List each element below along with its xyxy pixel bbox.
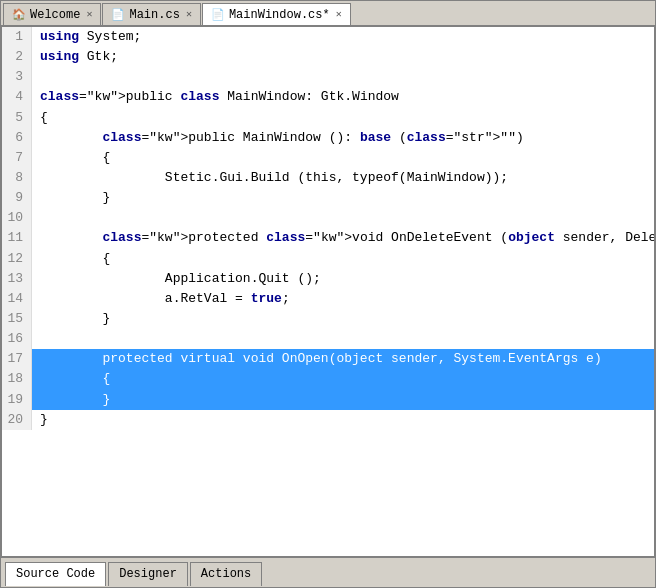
line-number: 5 [2, 108, 32, 128]
line-number: 19 [2, 390, 32, 410]
tab-close-button[interactable]: ✕ [86, 10, 92, 20]
line-text: { [32, 249, 654, 269]
line-number: 18 [2, 369, 32, 389]
code-lines: 1using System;2using Gtk;34class="kw">pu… [2, 27, 654, 430]
code-line: 3 [2, 67, 654, 87]
line-text: } [32, 188, 654, 208]
tab-label: MainWindow.cs* [229, 8, 330, 22]
code-line: 2using Gtk; [2, 47, 654, 67]
tab-label: Welcome [30, 8, 80, 22]
code-line: 8 Stetic.Gui.Build (this, typeof(MainWin… [2, 168, 654, 188]
bottom-tab-designer[interactable]: Designer [108, 562, 188, 586]
tab-welcome[interactable]: 🏠Welcome✕ [3, 3, 101, 25]
line-number: 4 [2, 87, 32, 107]
line-text: protected virtual void OnOpen(object sen… [32, 349, 654, 369]
line-number: 6 [2, 128, 32, 148]
code-line: 10 [2, 208, 654, 228]
line-number: 13 [2, 269, 32, 289]
line-number: 9 [2, 188, 32, 208]
code-line: 13 Application.Quit (); [2, 269, 654, 289]
code-line: 7 { [2, 148, 654, 168]
code-line: 20} [2, 410, 654, 430]
code-line: 4class="kw">public class MainWindow: Gtk… [2, 87, 654, 107]
line-text: { [32, 108, 654, 128]
bottom-tab-bar: Source CodeDesignerActions [1, 557, 655, 587]
line-text [32, 329, 654, 349]
line-number: 16 [2, 329, 32, 349]
line-text: } [32, 309, 654, 329]
line-number: 3 [2, 67, 32, 87]
bottom-tab-actions[interactable]: Actions [190, 562, 262, 586]
line-text: } [32, 410, 654, 430]
bottom-tab-source-code[interactable]: Source Code [5, 562, 106, 586]
code-line: 19 } [2, 390, 654, 410]
line-number: 17 [2, 349, 32, 369]
line-text [32, 67, 654, 87]
line-text: } [32, 390, 654, 410]
line-number: 12 [2, 249, 32, 269]
line-number: 8 [2, 168, 32, 188]
line-text: class="kw">public MainWindow (): base (c… [32, 128, 654, 148]
line-text: { [32, 148, 654, 168]
main-window: 🏠Welcome✕📄Main.cs✕📄MainWindow.cs*✕ 1usin… [0, 0, 656, 588]
code-line: 5{ [2, 108, 654, 128]
code-line: 9 } [2, 188, 654, 208]
line-number: 11 [2, 228, 32, 248]
line-text: using System; [32, 27, 654, 47]
file-icon: 🏠 [12, 8, 26, 21]
file-icon: 📄 [111, 8, 125, 21]
code-line: 15 } [2, 309, 654, 329]
tab-bar: 🏠Welcome✕📄Main.cs✕📄MainWindow.cs*✕ [1, 1, 655, 26]
line-text: Application.Quit (); [32, 269, 654, 289]
code-line: 18 { [2, 369, 654, 389]
code-line: 16 [2, 329, 654, 349]
line-number: 14 [2, 289, 32, 309]
code-line: 6 class="kw">public MainWindow (): base … [2, 128, 654, 148]
line-number: 10 [2, 208, 32, 228]
content-area: 1using System;2using Gtk;34class="kw">pu… [1, 26, 655, 557]
line-number: 7 [2, 148, 32, 168]
file-icon: 📄 [211, 8, 225, 21]
line-text: { [32, 369, 654, 389]
code-line: 17 protected virtual void OnOpen(object … [2, 349, 654, 369]
tab-close-button[interactable]: ✕ [186, 10, 192, 20]
line-number: 20 [2, 410, 32, 430]
line-text [32, 208, 654, 228]
line-text: class="kw">protected class="kw">void OnD… [32, 228, 654, 248]
tab-main-cs[interactable]: 📄Main.cs✕ [102, 3, 200, 25]
line-text: using Gtk; [32, 47, 654, 67]
code-line: 14 a.RetVal = true; [2, 289, 654, 309]
line-text: a.RetVal = true; [32, 289, 654, 309]
line-text: class="kw">public class MainWindow: Gtk.… [32, 87, 654, 107]
line-number: 1 [2, 27, 32, 47]
code-line: 11 class="kw">protected class="kw">void … [2, 228, 654, 248]
code-line: 1using System; [2, 27, 654, 47]
tab-label: Main.cs [129, 8, 179, 22]
line-number: 2 [2, 47, 32, 67]
tab-close-button[interactable]: ✕ [336, 10, 342, 20]
code-editor[interactable]: 1using System;2using Gtk;34class="kw">pu… [2, 27, 654, 556]
tab-mainwindow-cs[interactable]: 📄MainWindow.cs*✕ [202, 3, 351, 25]
line-text: Stetic.Gui.Build (this, typeof(MainWindo… [32, 168, 654, 188]
code-line: 12 { [2, 249, 654, 269]
line-number: 15 [2, 309, 32, 329]
